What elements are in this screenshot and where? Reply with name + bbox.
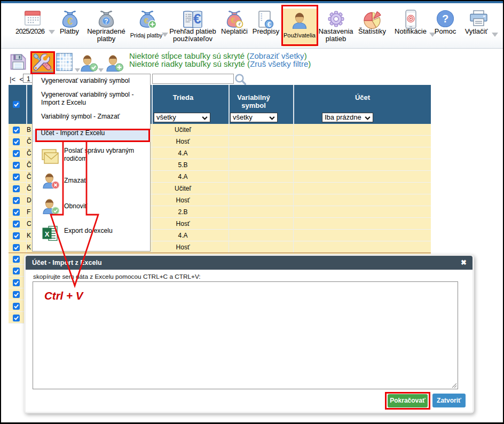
svg-text:€: € [67,16,73,27]
svg-text:X: X [45,230,50,238]
svg-text:€: € [231,16,235,25]
svg-text:?: ? [442,13,448,25]
svg-text:€: € [193,11,201,27]
svg-text:?: ? [104,18,108,25]
svg-text:€: € [144,16,149,25]
